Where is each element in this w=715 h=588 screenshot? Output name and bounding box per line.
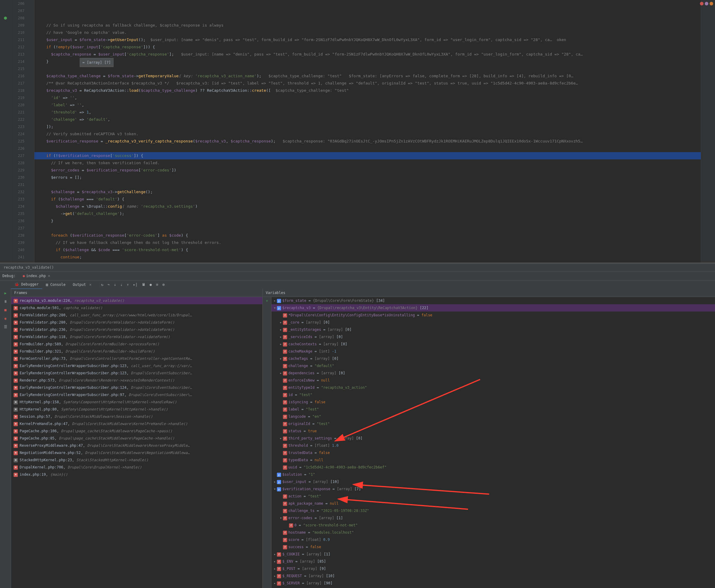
- stack-frame[interactable]: ⌘FormValidator.php:118, Drupal\Core\Form…: [11, 333, 262, 340]
- variable-row[interactable]: flangcode = "en": [271, 413, 715, 420]
- code-editor[interactable]: 2062072082092102112122132142152162172182…: [0, 0, 715, 263]
- code-line[interactable]: $captcha_response = $user_input['captcha…: [35, 51, 701, 58]
- variable-row[interactable]: ▾ferror-codes = [array] [1]: [271, 514, 715, 522]
- code-line[interactable]: }: [35, 261, 701, 262]
- variable-row[interactable]: fid = "test": [271, 391, 715, 398]
- stack-frame[interactable]: ⌘FormValidator.php:236, Drupal\Core\Form…: [11, 326, 262, 333]
- variable-row[interactable]: ftrustedData = false: [271, 449, 715, 456]
- stack-frame[interactable]: ⌘EarlyRenderingControllerWrapperSubscrib…: [11, 391, 262, 398]
- layout-icon[interactable]: ☰: [0, 323, 11, 331]
- variable-row[interactable]: ▾p$verification_response = [array] [7]: [271, 485, 715, 492]
- mute-breakpoints-icon[interactable]: ⊘: [156, 282, 158, 287]
- variable-row[interactable]: fsuccess = false: [271, 543, 715, 550]
- variable-row[interactable]: ▸f$_POST = [array] [9]: [271, 565, 715, 572]
- tab-console[interactable]: ▤ Console: [42, 280, 69, 289]
- stack-frame[interactable]: ⌘EarlyRenderingControllerWrapperSubscrib…: [11, 362, 262, 370]
- variable-row[interactable]: ▸p$form_state = {Drupal\Core\Form\FormSt…: [271, 297, 715, 304]
- code-line[interactable]: 'challenge' => 'default',: [35, 116, 701, 123]
- code-line[interactable]: if ($challenge && $code === 'score-thres…: [35, 246, 701, 254]
- stack-frame[interactable]: ⌘KernelPreHandle.php:47, Drupal\Core\Sta…: [11, 420, 262, 427]
- stack-frame[interactable]: ⌘DrupalKernel.php:706, Drupal\Core\Drupa…: [11, 464, 262, 471]
- code-line[interactable]: 'id' => '',: [35, 94, 701, 101]
- stack-frame[interactable]: ⌘FormBuilder.php:589, Drupal\Core\Form\F…: [11, 340, 262, 348]
- code-line[interactable]: ->get('default_challenge');: [35, 210, 701, 217]
- code-line[interactable]: // have 'Google no captcha' value.: [35, 29, 701, 36]
- code-line[interactable]: $error_codes = $verification_response['e…: [35, 167, 701, 174]
- stack-frame[interactable]: ⌘Session.php:57, Drupal\Core\StackMiddle…: [11, 413, 262, 420]
- code-line[interactable]: /** @var ReCaptchaV3ActionInterface $rec…: [35, 80, 701, 87]
- stack-frame[interactable]: ⌘StackedHttpKernel.php:23, Stack\Stacked…: [11, 456, 262, 464]
- code-line[interactable]: foreach ($verification_response['error-c…: [35, 232, 701, 239]
- variable-row[interactable]: ▸fcacheTags = [array] [0]: [271, 355, 715, 362]
- code-line[interactable]: continue;: [35, 254, 701, 261]
- debug-run-tab[interactable]: index.php ×: [20, 274, 53, 278]
- stack-frame[interactable]: ⌘HttpKernel.php:158, Symfony\Component\H…: [11, 398, 262, 406]
- stack-frame[interactable]: ⌘EarlyRenderingControllerWrapperSubscrib…: [11, 384, 262, 391]
- variable-row[interactable]: ▸f_core = [array] [0]: [271, 319, 715, 326]
- variable-row[interactable]: ▸fdependencies = [array] [0]: [271, 370, 715, 377]
- variable-row[interactable]: ▾p$recaptcha_v3 = {Drupal\recaptcha_v3\E…: [271, 304, 715, 312]
- variable-row[interactable]: p$solution = "1": [271, 471, 715, 478]
- code-line[interactable]: ]);: [35, 123, 701, 130]
- settings-icon[interactable]: ⚙: [162, 282, 165, 287]
- variable-row[interactable]: flabel = "Test": [271, 406, 715, 413]
- code-line[interactable]: }: [35, 58, 701, 65]
- variable-row[interactable]: f*Drupal\Core\Config\Entity\ConfigEntity…: [271, 312, 715, 319]
- code-line[interactable]: $verification_response = _recaptcha_v3_v…: [35, 138, 701, 145]
- view-breakpoints-icon[interactable]: ◉: [0, 314, 11, 323]
- breadcrumb[interactable]: recaptcha_v3_validate(): [0, 263, 715, 271]
- variable-row[interactable]: ▸f_entityStorages = [array] [0]: [271, 326, 715, 333]
- variable-row[interactable]: fenforceIsNew = null: [271, 377, 715, 384]
- code-line[interactable]: [35, 225, 701, 232]
- add-watch-icon[interactable]: +: [263, 297, 271, 305]
- code-line[interactable]: $challenge = \Drupal::config( name: 'rec…: [35, 203, 701, 210]
- variable-row[interactable]: fhostname = "modules.localhost": [271, 529, 715, 536]
- code-line[interactable]: }: [35, 217, 701, 225]
- stack-frame[interactable]: ⌘HttpKernel.php:80, Symfony\Component\Ht…: [11, 406, 262, 413]
- variable-row[interactable]: ▸f_serviceIds = [array] [0]: [271, 333, 715, 340]
- pause-icon[interactable]: ⏸: [0, 297, 11, 306]
- variable-row[interactable]: faction = "test": [271, 492, 715, 500]
- stack-frame[interactable]: ⌘FormBuilder.php:321, Drupal\Core\Form\F…: [11, 348, 262, 355]
- stop-icon[interactable]: ■: [0, 306, 11, 314]
- evaluate-expression-icon[interactable]: 🖩: [142, 282, 145, 287]
- variable-row[interactable]: ▸f$_SERVER = [array] [90]: [271, 580, 715, 587]
- code-line[interactable]: $recaptcha_v3 = ReCaptchaV3Action::load(…: [35, 87, 701, 94]
- tab-output[interactable]: Output ×: [69, 280, 95, 289]
- stack-frame[interactable]: ⌘FormValidator.php:280, Drupal\Core\Form…: [11, 319, 262, 326]
- force-step-into-icon[interactable]: ⇣: [121, 282, 123, 287]
- variable-row[interactable]: fuuid = "1c5d5d42-4c90-4903-ae8a-8d9cfec…: [271, 464, 715, 471]
- code-line[interactable]: // If we here, then token verification f…: [35, 160, 701, 167]
- code-line[interactable]: [35, 65, 701, 72]
- code-line[interactable]: if (!empty($user_input['captcha_response…: [35, 43, 701, 51]
- variable-row[interactable]: f0 = "score-threshold-not-met": [271, 522, 715, 529]
- code-line[interactable]: if (!$verification_response['success']) …: [35, 152, 701, 160]
- stack-frame[interactable]: ⌘PageCache.php:85, Drupal\page_cache\Sta…: [11, 435, 262, 442]
- code-line[interactable]: // Verify submitted reCAPTCHA v3 token.: [35, 130, 701, 138]
- variable-row[interactable]: ftypedData = null: [271, 456, 715, 464]
- code-line[interactable]: if ($challenge === 'default') {: [35, 195, 701, 203]
- stack-frame[interactable]: ⌘Renderer.php:573, Drupal\Core\Render\Re…: [11, 377, 262, 384]
- step-into-icon[interactable]: ↓: [114, 282, 116, 287]
- code-line[interactable]: $user_input = $form_state->getUserInput(…: [35, 36, 701, 43]
- toggle-breakpoint-icon[interactable]: ●: [150, 282, 152, 287]
- stack-frame[interactable]: ⌘FormController.php:73, Drupal\Core\Cont…: [11, 355, 262, 362]
- variable-row[interactable]: ▸fthird_party_settings = [array] [0]: [271, 435, 715, 442]
- variable-row[interactable]: fstatus = true: [271, 427, 715, 435]
- variable-row[interactable]: fchallenge = "default": [271, 362, 715, 370]
- step-over-icon[interactable]: ↷: [107, 282, 109, 287]
- variable-row[interactable]: fisSyncing = false: [271, 398, 715, 406]
- code-line[interactable]: 'label' => '',: [35, 101, 701, 109]
- variable-row[interactable]: fchallenge_ts = "2021-05-19T08:28:33Z": [271, 507, 715, 514]
- variable-row[interactable]: fcacheMaxAge = [int] -1: [271, 348, 715, 355]
- run-to-cursor-icon[interactable]: ▸|: [133, 282, 137, 287]
- frames-list[interactable]: ⌘recaptcha_v3.module:224, recaptcha_v3_v…: [11, 297, 262, 588]
- stack-frame[interactable]: ⌘ReverseProxyMiddleware.php:47, Drupal\C…: [11, 442, 262, 449]
- code-line[interactable]: [35, 181, 701, 188]
- code-line[interactable]: $challenge = $recaptcha_v3->getChallenge…: [35, 188, 701, 195]
- variable-row[interactable]: ▸f$_ENV = [array] [85]: [271, 558, 715, 565]
- variables-list[interactable]: ▸p$form_state = {Drupal\Core\Form\FormSt…: [271, 297, 715, 588]
- code-line[interactable]: $errors = [];: [35, 174, 701, 181]
- code-line[interactable]: $captcha_type_challenge = $form_state->g…: [35, 72, 701, 80]
- tab-debugger[interactable]: 🐞 Debugger: [11, 280, 42, 289]
